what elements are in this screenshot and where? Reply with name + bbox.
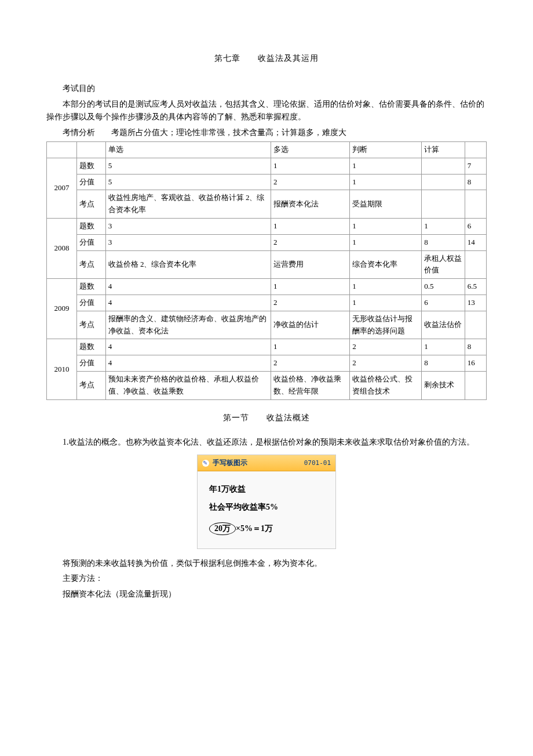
year-cell: 2008	[47, 218, 77, 278]
illu-line-2: 社会平均收益率5%	[209, 499, 324, 517]
col-judge: 判断	[350, 141, 422, 158]
year-cell: 2010	[47, 339, 77, 399]
illustration-box: 手写板图示 0701-01 年1万收益 社会平均收益率5% 20万×5%＝1万	[197, 455, 336, 549]
circled-value: 20万	[209, 522, 236, 535]
table-row: 分值 4 2 2 8 16	[47, 355, 487, 372]
table-header-row: 单选 多选 判断 计算	[47, 141, 487, 158]
section-title: 第一节 收益法概述	[46, 412, 487, 424]
col-multi: 多选	[271, 141, 349, 158]
year-cell: 2009	[47, 279, 77, 339]
row-label-score: 分值	[77, 174, 106, 190]
illustration-header-label: 手写板图示	[213, 457, 301, 468]
table-row: 2010 题数 4 1 2 1 8	[47, 339, 487, 355]
exam-analysis-prefix: 考情分析	[63, 128, 95, 137]
illustration-code: 0701-01	[304, 458, 331, 468]
concept-paragraph: 1.收益法的概念。也称为收益资本化法、收益还原法，是根据估价对象的预期未来收益来…	[46, 436, 487, 449]
exam-objective-heading: 考试目的	[46, 82, 487, 95]
table-row: 考点 报酬率的含义、建筑物经济寿命、收益房地产的净收益、资本化法 净收益的估计 …	[47, 311, 487, 339]
table-row: 2007 题数 5 1 1 7	[47, 158, 487, 174]
pen-icon	[202, 460, 209, 467]
chapter-title: 第七章 收益法及其运用	[46, 52, 487, 65]
row-label-count: 题数	[77, 158, 106, 174]
exam-analysis-table: 单选 多选 判断 计算 2007 题数 5 1 1 7 分值 5 2 1 8 考…	[46, 141, 487, 400]
table-row: 2008 题数 3 1 1 1 6	[47, 218, 487, 234]
table-row: 考点 收益性房地产、客观收益、收益价格计算 2、综合资本化率 报酬资本化法 受益…	[47, 190, 487, 219]
exam-analysis-text: 考题所占分值大；理论性非常强，技术含量高；计算题多，难度大	[111, 128, 346, 137]
illu-line-1: 年1万收益	[209, 481, 324, 499]
illustration-body: 年1万收益 社会平均收益率5% 20万×5%＝1万	[198, 471, 335, 548]
paragraph-method-1: 报酬资本化法（现金流量折现）	[46, 588, 487, 601]
formula-rest: ×5%＝1万	[236, 524, 273, 533]
illu-line-3: 20万×5%＝1万	[209, 520, 273, 538]
col-calc: 计算	[422, 141, 465, 158]
illustration-header: 手写板图示 0701-01	[198, 455, 335, 471]
table-row: 2009 题数 4 1 1 0.5 6.5	[47, 279, 487, 295]
exam-analysis: 考情分析考题所占分值大；理论性非常强，技术含量高；计算题多，难度大	[46, 126, 487, 139]
paragraph-capitalization: 将预测的未来收益转换为价值，类似于根据利息倒推本金，称为资本化。	[46, 557, 487, 570]
table-row: 分值 3 2 1 8 14	[47, 234, 487, 250]
exam-objective-text: 本部分的考试目的是测试应考人员对收益法，包括其含义、理论依据、适用的估价对象、估…	[46, 98, 487, 124]
table-row: 分值 5 2 1 8	[47, 174, 487, 190]
table-row: 考点 收益价格 2、综合资本化率 运营费用 综合资本化率 承租人权益价值	[47, 250, 487, 279]
table-row: 分值 4 2 1 6 13	[47, 295, 487, 311]
paragraph-methods-heading: 主要方法：	[46, 572, 487, 585]
col-single: 单选	[105, 141, 271, 158]
year-cell: 2007	[47, 158, 77, 218]
table-row: 考点 预知未来资产价格的收益价格、承租人权益价值、净收益、收益乘数 收益价格、净…	[47, 371, 487, 399]
row-label-point: 考点	[77, 190, 106, 219]
